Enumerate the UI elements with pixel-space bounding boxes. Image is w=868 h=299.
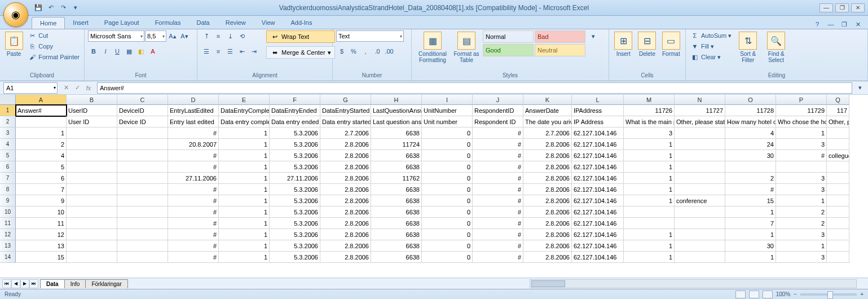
cell[interactable] [67, 206, 117, 218]
cell[interactable]: 1 [219, 127, 270, 139]
cell[interactable]: 1 [624, 173, 675, 184]
cell[interactable]: 24 [725, 139, 776, 150]
merge-center-button[interactable]: ⬌Merge & Center ▾ [266, 46, 335, 59]
cell[interactable]: 62.127.104.146 [572, 240, 624, 252]
cell[interactable]: What is the main purpose of your [624, 116, 675, 127]
accounting-format-button[interactable]: $ [336, 46, 347, 57]
cell[interactable] [624, 206, 675, 218]
cell[interactable]: 5.3.2006 [270, 161, 320, 173]
cell[interactable]: 11727 [675, 105, 725, 116]
cell[interactable]: 5.3.2006 [270, 218, 320, 229]
decrease-decimal-button[interactable]: .00 [384, 46, 395, 57]
row-header[interactable]: 9 [0, 195, 16, 206]
row-header[interactable]: 11 [0, 218, 16, 229]
cell[interactable]: 2.8.2006 [523, 161, 572, 173]
cell[interactable]: 2.8.2006 [523, 150, 572, 161]
cell[interactable]: 62.127.104.146 [572, 229, 624, 240]
ribbon-tab-data[interactable]: Data [188, 17, 217, 29]
copy-button[interactable]: ⎘Copy [27, 41, 81, 51]
cell[interactable] [827, 240, 849, 252]
cell[interactable]: 5.3.2006 [270, 127, 320, 139]
shrink-font-button[interactable]: A▾ [179, 30, 190, 42]
cell[interactable] [776, 161, 827, 173]
cell[interactable]: 11724 [371, 139, 422, 150]
ribbon-tab-review[interactable]: Review [218, 17, 254, 29]
row-header[interactable]: 1 [0, 105, 16, 116]
cell[interactable] [827, 173, 849, 184]
cell[interactable]: # [473, 206, 523, 218]
cell[interactable] [827, 139, 849, 150]
cell[interactable]: 1 [219, 139, 270, 150]
cell[interactable]: 2.8.2006 [523, 173, 572, 184]
paste-button[interactable]: 📋 Paste [3, 30, 24, 58]
font-color-button[interactable]: A [147, 46, 158, 57]
cell[interactable]: 5.3.2006 [270, 229, 320, 240]
cell[interactable] [624, 218, 675, 229]
row-header[interactable]: 12 [0, 229, 16, 240]
cell[interactable]: 3 [776, 229, 827, 240]
sheet-nav-first-icon[interactable]: ⏮ [2, 279, 11, 288]
cell[interactable]: 6638 [371, 229, 422, 240]
cell[interactable]: 62.127.104.146 [572, 127, 624, 139]
cell[interactable]: The date you arived to the hotel [523, 116, 572, 127]
cell[interactable] [675, 184, 725, 195]
row-header[interactable]: 7 [0, 173, 16, 184]
cell[interactable] [827, 218, 849, 229]
cell[interactable]: 0 [422, 150, 473, 161]
cell[interactable]: 4 [16, 150, 67, 161]
save-icon[interactable]: 💾 [34, 3, 43, 12]
sheet-nav-prev-icon[interactable]: ◀ [11, 279, 20, 288]
styles-more-button[interactable]: ▾ [588, 30, 599, 42]
cell[interactable]: UnitNumber [422, 105, 473, 116]
cell[interactable]: Unit number [422, 116, 473, 127]
cell[interactable]: 62.127.104.146 [572, 150, 624, 161]
cell[interactable]: # [168, 127, 219, 139]
scroll-thumb[interactable] [531, 280, 565, 287]
cell[interactable]: # [473, 173, 523, 184]
cell[interactable] [827, 184, 849, 195]
page-layout-view-button[interactable] [749, 291, 759, 298]
cell[interactable]: 3 [624, 127, 675, 139]
normal-view-button[interactable] [735, 291, 746, 298]
align-bottom-button[interactable]: ⤓ [224, 30, 236, 42]
cell[interactable]: 1 [219, 161, 270, 173]
cell[interactable]: 1 [219, 173, 270, 184]
font-name-dropdown[interactable]: Microsoft Sans [88, 30, 144, 42]
cell[interactable]: 5.3.2006 [270, 184, 320, 195]
cell[interactable] [117, 139, 168, 150]
column-header[interactable]: J [473, 95, 523, 105]
redo-icon[interactable]: ↷ [59, 3, 68, 12]
cell[interactable]: 5.3.2006 [270, 139, 320, 150]
cell[interactable] [117, 218, 168, 229]
cell[interactable]: DataEntryCompleted [219, 105, 270, 116]
align-middle-button[interactable]: ≡ [213, 30, 224, 42]
restore-button[interactable]: ❐ [835, 3, 849, 12]
select-all-corner[interactable] [0, 95, 16, 105]
cell[interactable]: 2.7.2006 [320, 127, 371, 139]
cell[interactable] [117, 150, 168, 161]
cell[interactable] [117, 184, 168, 195]
cell[interactable]: 3 [776, 252, 827, 263]
cell[interactable]: DataEntryEnded [270, 105, 320, 116]
row-header[interactable]: 13 [0, 240, 16, 252]
cell[interactable]: LastQuestionAnswered [371, 105, 422, 116]
cell[interactable]: 5.3.2006 [270, 252, 320, 263]
cut-button[interactable]: ✂Cut [27, 30, 81, 41]
cell[interactable] [675, 218, 725, 229]
cell[interactable]: 62.127.104.146 [572, 184, 624, 195]
cell[interactable]: 1 [725, 206, 776, 218]
cell[interactable]: 27.11.2006 [168, 173, 219, 184]
cell[interactable]: 1 [219, 252, 270, 263]
clear-button[interactable]: ◧Clear ▾ [689, 52, 733, 62]
cell[interactable]: 0 [422, 161, 473, 173]
cell[interactable]: DeviceID [117, 105, 168, 116]
cell[interactable]: RespondentID [473, 105, 523, 116]
cell[interactable]: IPAddress [572, 105, 624, 116]
fill-color-button[interactable]: ◧ [135, 46, 147, 57]
cell[interactable]: # [168, 252, 219, 263]
cell[interactable]: 13 [16, 240, 67, 252]
cell[interactable]: 62.127.104.146 [572, 195, 624, 206]
enter-formula-icon[interactable]: ✓ [72, 83, 82, 93]
cell[interactable]: 0 [422, 252, 473, 263]
cell[interactable] [67, 127, 117, 139]
